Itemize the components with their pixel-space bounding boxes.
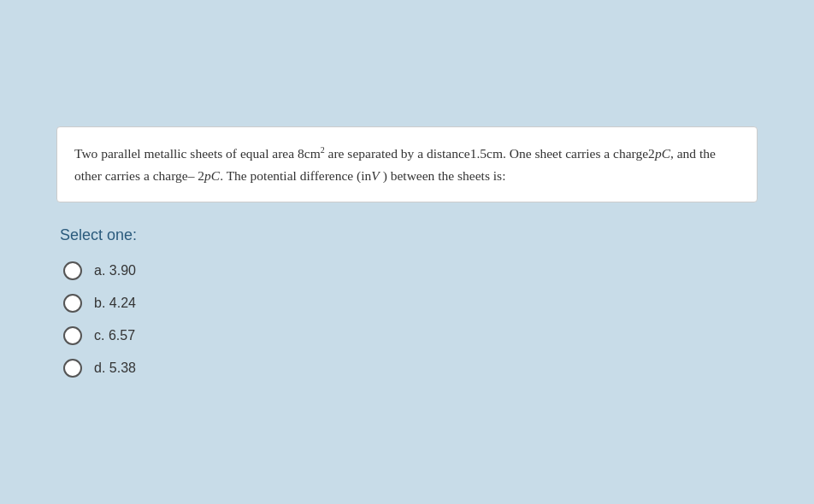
radio-d[interactable] (63, 359, 82, 378)
option-b[interactable]: b. 4.24 (63, 294, 758, 313)
option-c-label: c. 6.57 (94, 328, 135, 343)
option-a-label: a. 3.90 (94, 263, 136, 278)
radio-a[interactable] (63, 261, 82, 280)
question-text: Two parallel metallic sheets of equal ar… (74, 143, 740, 186)
option-d[interactable]: d. 5.38 (63, 359, 758, 378)
select-one-label: Select one: (60, 226, 758, 244)
option-c[interactable]: c. 6.57 (63, 326, 758, 345)
option-b-label: b. 4.24 (94, 296, 136, 311)
option-a[interactable]: a. 3.90 (63, 261, 758, 280)
main-container: Two parallel metallic sheets of equal ar… (31, 109, 783, 395)
options-container: a. 3.90 b. 4.24 c. 6.57 d. 5.38 (63, 261, 758, 378)
radio-c[interactable] (63, 326, 82, 345)
radio-b[interactable] (63, 294, 82, 313)
option-d-label: d. 5.38 (94, 360, 136, 376)
question-box: Two parallel metallic sheets of equal ar… (56, 126, 758, 202)
